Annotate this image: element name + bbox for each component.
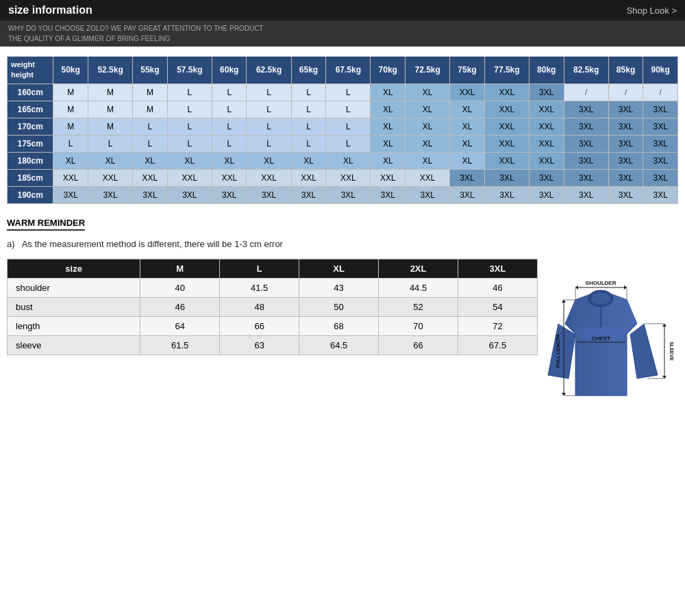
- measurement-table: size M L XL 2XL 3XL shoulder 40 41.5 43 …: [7, 259, 538, 355]
- warm-reminder-title: WARM REMINDER: [7, 218, 85, 231]
- svg-marker-21: [624, 285, 627, 290]
- table-row: 190cm 3XL 3XL 3XL 3XL 3XL 3XL 3XL 3XL 3X…: [8, 186, 678, 203]
- meas-col-3xl: 3XL: [458, 259, 538, 278]
- svg-text:CHEST: CHEST: [591, 335, 610, 342]
- meas-col-m: M: [140, 259, 220, 278]
- svg-marker-25: [662, 376, 667, 378]
- subtitle-section: WHY DO YOU CHOOSE ZOLO? WE PAY GREAT ATT…: [0, 21, 685, 47]
- weight-col-8: 67.5kg: [326, 57, 371, 84]
- svg-marker-22: [562, 300, 566, 303]
- warm-reminder-section: WARM REMINDER: [0, 211, 685, 239]
- weight-col-12: 77.5kg: [484, 57, 529, 84]
- subtitle-line2: THE QUALITY OF A GLIMMER OF BRING FEELIN…: [8, 34, 677, 44]
- table-row: 170cm M M L L L L L L XL XL XL XXL XXL 3…: [8, 118, 678, 135]
- corner-cell: weight height: [8, 57, 53, 84]
- weight-col-3: 55kg: [133, 57, 168, 84]
- note-text: As the measurement method is different, …: [22, 239, 283, 249]
- page-header: size information Shop Look >: [0, 0, 685, 21]
- weight-col-16: 90kg: [643, 57, 678, 84]
- subtitle-line1: WHY DO YOU CHOOSE ZOLO? WE PAY GREAT ATT…: [8, 23, 677, 34]
- svg-marker-23: [562, 393, 566, 396]
- warm-note: a) As the measurement method is differen…: [0, 239, 685, 259]
- svg-text:SLEEVE: SLEEVE: [669, 342, 674, 361]
- weight-col-9: 70kg: [371, 57, 406, 84]
- weight-col-6: 62.5kg: [247, 57, 291, 84]
- weight-col-13: 80kg: [530, 57, 564, 84]
- note-label: a): [7, 239, 15, 249]
- meas-row-length: length 64 66 68 70 72: [8, 316, 538, 335]
- meas-row-sleeve: sleeve 61.5 63 64.5 66 67.5: [8, 335, 538, 355]
- weight-col-7: 65kg: [291, 57, 326, 84]
- weight-col-15: 85kg: [608, 57, 643, 84]
- size-grid-table: weight height 50kg 52.5kg 55kg 57.5kg 60…: [7, 56, 678, 204]
- meas-row-shoulder: shoulder 40 41.5 43 44.5 46: [8, 278, 538, 297]
- table-row: 175cm L L L L L L L L XL XL XL XXL XXL 3…: [8, 135, 678, 152]
- weight-col-10: 72.5kg: [406, 57, 450, 84]
- weight-col-2: 52.5kg: [88, 57, 132, 84]
- svg-marker-20: [575, 285, 578, 290]
- meas-col-2xl: 2XL: [379, 259, 458, 278]
- meas-header-row: size M L XL 2XL 3XL: [8, 259, 538, 278]
- meas-row-bust: bust 46 48 50 52 54: [8, 297, 538, 316]
- weight-col-5: 60kg: [212, 57, 247, 84]
- sweater-diagram: SHOULDER CHEST FULL LENGTH SLEEVE: [545, 259, 678, 409]
- svg-text:SHOULDER: SHOULDER: [586, 280, 616, 286]
- table-row: 185cm XXL XXL XXL XXL XXL XXL XXL XXL XX…: [8, 169, 678, 186]
- table-row: 180cm XL XL XL XL XL XL XL XL XL XL XL X…: [8, 152, 678, 169]
- size-grid-section: weight height 50kg 52.5kg 55kg 57.5kg 60…: [0, 47, 685, 211]
- weight-col-14: 82.5kg: [564, 57, 608, 84]
- meas-col-size: size: [8, 259, 140, 278]
- table-row: 160cm M M M L L L L L XL XL XXL XXL 3XL …: [8, 84, 678, 101]
- meas-col-l: L: [220, 259, 299, 278]
- svg-marker-24: [662, 324, 667, 326]
- shop-look-link[interactable]: Shop Look >: [627, 5, 677, 16]
- page-title: size information: [8, 4, 92, 16]
- weight-col-4: 57.5kg: [167, 57, 212, 84]
- sweater-svg: SHOULDER CHEST FULL LENGTH SLEEVE: [545, 259, 678, 409]
- weight-col-11: 75kg: [450, 57, 485, 84]
- meas-col-xl: XL: [299, 259, 379, 278]
- height-cell: 160cm: [8, 84, 53, 101]
- svg-text:FULL LENGTH: FULL LENGTH: [556, 335, 560, 368]
- svg-point-1: [591, 292, 610, 305]
- weight-col-1: 50kg: [53, 57, 88, 84]
- table-row: 165cm M M M L L L L L XL XL XL XXL XXL 3…: [8, 101, 678, 118]
- bottom-section: size M L XL 2XL 3XL shoulder 40 41.5 43 …: [0, 259, 685, 416]
